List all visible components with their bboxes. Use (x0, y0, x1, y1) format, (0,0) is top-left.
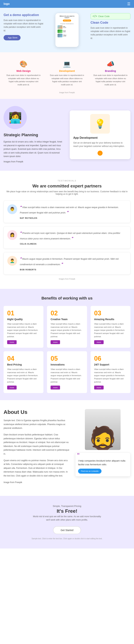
get-started-button[interactable]: Get Started (53, 526, 81, 534)
testimonial-card-1: 👨 ❝ Vitae suscipit tellus mauris a diam … (4, 200, 130, 223)
strategic-description: Egestas dui id ornare arcu odio. In tell… (4, 140, 64, 158)
quote-close-icon: ❞ (61, 262, 63, 266)
app-store-label: App Store (8, 36, 17, 39)
clean-code-label: Clean Code (98, 15, 109, 18)
scroll-down-button[interactable]: ↓ (73, 151, 127, 156)
benefit-desc-6: Vitae suscipit tellus mauris a diam maec… (94, 368, 127, 384)
linkedin-button[interactable]: Find me on Linkedin (78, 469, 101, 474)
benefit-title-6: 24/7 Support (94, 363, 127, 366)
features-section: 🎨 Web Design Duis aute irure dolor in re… (0, 52, 134, 99)
navbar: logo ☰ (0, 0, 134, 8)
strategic-left: 👩‍💻 Strategic Planning Egestas dui id or… (4, 106, 64, 164)
benefit-more-btn-6[interactable]: more (94, 386, 104, 390)
benefit-more-btn-4[interactable]: more (7, 386, 17, 390)
about-right: 🧔 " I help companies tincidunt tortor al… (75, 409, 130, 487)
hero-right: </> Clean Code Clean Code Duis aute irur… (91, 13, 130, 40)
strategic-freepik: Images from Freepik (4, 160, 64, 164)
benefit-num-4: 04 (7, 355, 40, 362)
app-store-button[interactable]: App Store (4, 35, 21, 40)
testimonial-content-1: ❝ Vitae suscipit tellus mauris a diam ma… (20, 204, 127, 219)
strategic-illustration: 👩‍💻 (4, 106, 27, 129)
benefits-title: Benefits of working with us (4, 296, 130, 300)
dest-thumbnail (57, 30, 62, 33)
about-para-3: Quam viverra orci sagittis eu pulvinar m… (4, 459, 70, 478)
benefit-desc-2: Vitae suscipit tellus mauris a diam maec… (50, 322, 83, 338)
about-person-photo: 🧔 (85, 409, 121, 450)
testimonial-card-3: 👨‍🦱 ❝ Mauris augue neque gravida in ferm… (4, 252, 130, 274)
branding-icon: 📣 (93, 60, 128, 68)
clean-code-badge: </> Clean Code (91, 13, 130, 20)
development-title: Development (50, 70, 84, 72)
benefit-card-4: 04 Best Pricing Vitae suscipit tellus ma… (4, 351, 43, 393)
phone-screen-title: Where do you want to travel? (57, 15, 77, 18)
quote-close-icon: ❞ (67, 210, 69, 214)
avatar-1: 👨 (7, 204, 17, 214)
about-heading: About Us (4, 409, 70, 415)
big-quote-icon: " (77, 452, 80, 460)
strategic-section: 👩‍💻 Strategic Planning Egestas dui id or… (0, 99, 134, 170)
benefit-more-btn-1[interactable]: more (7, 340, 17, 344)
benefit-num-2: 02 (50, 310, 83, 317)
testimonials-subtitle: We place huge value on strong relationsh… (4, 190, 130, 195)
benefit-card-3: 03 Amazing Results Vitae suscipit tellus… (91, 306, 130, 348)
footer-note: Sample text. Click to enter the text box… (4, 538, 130, 540)
testimonial-content-2: ❝ Pharetra vel turpis nunc eget lorem. Q… (20, 230, 127, 245)
testimonials-section: TESTIMONIALS We are committed expert par… (0, 171, 134, 289)
benefit-num-5: 05 (50, 355, 83, 362)
dest-info: Paris$950 (63, 30, 66, 32)
testimonial-text-3: ❝ Mauris augue neque gravida in fermentu… (20, 256, 127, 267)
benefit-desc-4: Vitae suscipit tellus mauris a diam maec… (7, 368, 40, 384)
code-icon: </> (93, 14, 97, 18)
navbar-logo: logo (4, 2, 10, 6)
about-para-2: Diam tincidunt ornare facilisis pellente… (4, 433, 70, 456)
dest-thumbnail (57, 25, 62, 29)
about-quote-card: " I help companies tincidunt tortor aliq… (75, 453, 130, 476)
hero-center: Where do you want to travel? Best Deals … (47, 13, 87, 47)
quote-close-icon: ❞ (71, 236, 73, 240)
web-design-title: Web Design (6, 70, 41, 72)
benefit-more-btn-3[interactable]: more (94, 340, 104, 344)
strategic-right: 💡 App Development Get an on-demand app f… (70, 110, 130, 159)
person-icon: 🧔 (88, 427, 117, 450)
benefits-grid: 01 Hight Quality Vitae suscipit tellus m… (4, 306, 130, 393)
branding-desc: Duis aute irure dolor in reprehenderit i… (93, 74, 128, 86)
about-left: About Us Sample text. Click to Egestas e… (4, 409, 70, 487)
hero-description: Duis aute irure dolor in reprehenderit i… (4, 19, 43, 32)
branding-title: Branding (93, 70, 128, 72)
hamburger-icon[interactable]: ☰ (127, 2, 130, 6)
chevron-down-icon: ↓ (98, 151, 103, 156)
testimonial-content-3: ❝ Mauris augue neque gravida in fermentu… (20, 256, 127, 271)
app-dev-description: Get an on-demand app for your delivery b… (73, 141, 127, 148)
testimonial-card-2: 👩 ❝ Pharetra vel turpis nunc eget lorem.… (4, 226, 130, 249)
destination-item: Paris$950 (57, 30, 77, 33)
hero-section: Get a demo application Duis aute irure d… (0, 8, 134, 52)
benefit-desc-3: Vitae suscipit tellus mauris a diam maec… (94, 322, 127, 338)
benefit-more-btn-5[interactable]: more (50, 386, 60, 390)
testimonial-name-1: NAT REYNOLDS (20, 217, 127, 219)
testimonials-title: We are committed expert partners (4, 184, 130, 188)
destinations-list: Bali$1200 Paris$950 Tokyo$1500 (57, 25, 77, 37)
pricing-section: Simple, Transparent Pricing It's Free! M… (0, 496, 134, 548)
clean-code-description: Duis aute irure dolor in reprehenderit i… (91, 26, 130, 40)
strategic-header: 👩‍💻 (4, 106, 64, 129)
destination-item: Tokyo$1500 (57, 34, 77, 37)
testimonial-name-2: CELIA ALMEDA (20, 243, 127, 245)
dest-info: Bali$1200 (63, 26, 66, 28)
about-para-1: Sample text. Click to Egestas egestas fr… (4, 419, 70, 430)
about-section: About Us Sample text. Click to Egestas e… (0, 400, 134, 496)
benefit-num-3: 03 (94, 310, 127, 317)
benefit-desc-5: Vitae suscipit tellus mauris a diam maec… (50, 368, 83, 384)
about-quote-text: I help companies tincidunt tortor aliqua… (78, 456, 127, 466)
pricing-subtitle: Simple, Transparent Pricing (4, 505, 130, 508)
phone-mockup: Where do you want to travel? Best Deals … (55, 13, 79, 47)
hero-heading: Get a demo application (4, 13, 43, 17)
features-freepik-note: Image from Freepik (4, 92, 130, 94)
pricing-title: It's Free! (4, 508, 130, 514)
testimonial-text-1: ❝ Vitae suscipit tellus mauris a diam ma… (20, 204, 127, 215)
quote-open-icon: ❝ (20, 231, 22, 234)
strategic-heading: Strategic Planning (4, 133, 64, 137)
benefit-title-3: Amazing Results (94, 318, 127, 321)
destinations-label: Popular Destinations (60, 23, 74, 24)
benefit-more-btn-2[interactable]: more (50, 340, 60, 344)
testimonials-freepik: Images from Freepik (4, 278, 130, 280)
